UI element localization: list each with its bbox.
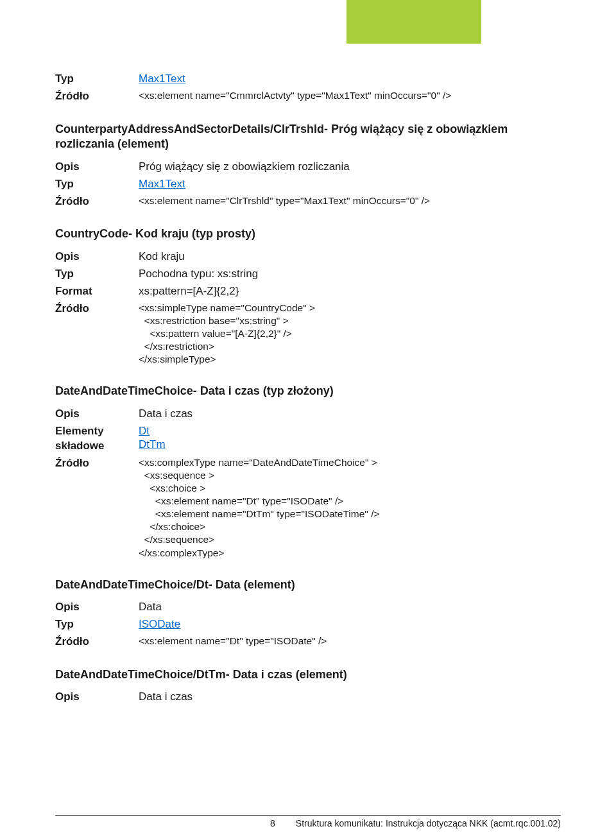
link-dttm[interactable]: DtTm xyxy=(139,438,166,450)
footer-row: 8 Struktura komunikatu: Instrukcja dotyc… xyxy=(55,818,561,828)
section-dateanddatetimechoice: DateAndDateTimeChoice- Data i czas (typ … xyxy=(55,384,561,399)
label-opis: Opis xyxy=(55,600,139,615)
row-zrodlo: Źródło <xs:simpleType name="CountryCode"… xyxy=(55,302,561,366)
page: Typ Max1Text Źródło <xs:element name="Cm… xyxy=(0,0,616,840)
footer-line xyxy=(55,815,561,816)
label-zrodlo: Źródło xyxy=(55,89,139,104)
label-opis: Opis xyxy=(55,250,139,264)
section-dttm: DateAndDateTimeChoice/DtTm- Data i czas … xyxy=(55,667,561,682)
label-typ: Typ xyxy=(55,177,139,192)
row-opis: Opis Data i czas xyxy=(55,690,561,705)
value-typ: Max1Text xyxy=(139,72,561,87)
content: Typ Max1Text Źródło <xs:element name="Cm… xyxy=(55,0,561,705)
label-typ: Typ xyxy=(55,267,139,282)
value-typ: ISODate xyxy=(139,617,561,632)
row-typ: Typ ISODate xyxy=(55,617,561,632)
footer-text: Struktura komunikatu: Instrukcja dotyczą… xyxy=(275,818,561,828)
section-dt: DateAndDateTimeChoice/Dt- Data (element) xyxy=(55,578,561,592)
link-max1text[interactable]: Max1Text xyxy=(139,178,185,190)
value-typ: Max1Text xyxy=(139,177,561,192)
header-accent xyxy=(346,0,481,44)
block-dateanddatetimechoice: Opis Data i czas Elementy składowe Dt Dt… xyxy=(55,407,561,560)
row-zrodlo: Źródło <xs:element name="Dt" type="ISODa… xyxy=(55,635,561,649)
row-opis: Opis Data i czas xyxy=(55,407,561,422)
block-dttm: Opis Data i czas xyxy=(55,690,561,705)
label-zrodlo: Źródło xyxy=(55,194,139,209)
value-format: xs:pattern=[A-Z]{2,2} xyxy=(139,284,561,299)
section-clrtrshld: CounterpartyAddressAndSectorDetails/ClrT… xyxy=(55,122,561,152)
value-zrodlo: <xs:element name="CmmrclActvty" type="Ma… xyxy=(139,89,561,104)
row-opis: Opis Próg wiążący się z obowiązkiem rozl… xyxy=(55,160,561,175)
block-dt: Opis Data Typ ISODate Źródło <xs:element… xyxy=(55,600,561,649)
value-zrodlo: <xs:simpleType name="CountryCode" > <xs:… xyxy=(139,302,561,366)
row-elementy: Elementy składowe Dt DtTm xyxy=(55,424,561,454)
value-opis: Kod kraju xyxy=(139,250,561,264)
label-typ: Typ xyxy=(55,617,139,632)
row-typ: Typ Pochodna typu: xs:string xyxy=(55,267,561,282)
value-typ: Pochodna typu: xs:string xyxy=(139,267,561,282)
link-isodate[interactable]: ISODate xyxy=(139,618,180,630)
row-zrodlo: Źródło <xs:element name="CmmrclActvty" t… xyxy=(55,89,561,104)
link-max1text[interactable]: Max1Text xyxy=(139,73,185,85)
label-opis: Opis xyxy=(55,160,139,175)
page-number: 8 xyxy=(270,818,275,828)
block-countrycode: Opis Kod kraju Typ Pochodna typu: xs:str… xyxy=(55,250,561,366)
row-zrodlo: Źródło <xs:element name="ClrTrshld" type… xyxy=(55,194,561,209)
value-elementy: Dt DtTm xyxy=(139,424,561,454)
label-opis: Opis xyxy=(55,690,139,705)
value-opis: Data xyxy=(139,600,561,615)
block-cmmrclactvty: Typ Max1Text Źródło <xs:element name="Cm… xyxy=(55,72,561,104)
value-opis: Data i czas xyxy=(139,690,561,705)
label-format: Format xyxy=(55,284,139,299)
value-zrodlo: <xs:element name="Dt" type="ISODate" /> xyxy=(139,635,561,649)
value-opis: Próg wiążący się z obowiązkiem rozliczan… xyxy=(139,160,561,175)
label-typ: Typ xyxy=(55,72,139,87)
label-zrodlo: Źródło xyxy=(55,635,139,649)
row-zrodlo: Źródło <xs:complexType name="DateAndDate… xyxy=(55,456,561,560)
label-zrodlo: Źródło xyxy=(55,302,139,366)
row-typ: Typ Max1Text xyxy=(55,72,561,87)
label-zrodlo: Źródło xyxy=(55,456,139,560)
block-clrtrshld: Opis Próg wiążący się z obowiązkiem rozl… xyxy=(55,160,561,209)
section-countrycode: CountryCode- Kod kraju (typ prosty) xyxy=(55,227,561,241)
link-dt[interactable]: Dt xyxy=(139,425,150,437)
row-typ: Typ Max1Text xyxy=(55,177,561,192)
value-zrodlo: <xs:complexType name="DateAndDateTimeCho… xyxy=(139,456,561,560)
row-opis: Opis Kod kraju xyxy=(55,250,561,264)
value-opis: Data i czas xyxy=(139,407,561,422)
label-opis: Opis xyxy=(55,407,139,422)
row-opis: Opis Data xyxy=(55,600,561,615)
footer: 8 Struktura komunikatu: Instrukcja dotyc… xyxy=(55,815,561,828)
value-zrodlo: <xs:element name="ClrTrshld" type="Max1T… xyxy=(139,194,561,209)
label-elementy: Elementy składowe xyxy=(55,424,139,454)
row-format: Format xs:pattern=[A-Z]{2,2} xyxy=(55,284,561,299)
